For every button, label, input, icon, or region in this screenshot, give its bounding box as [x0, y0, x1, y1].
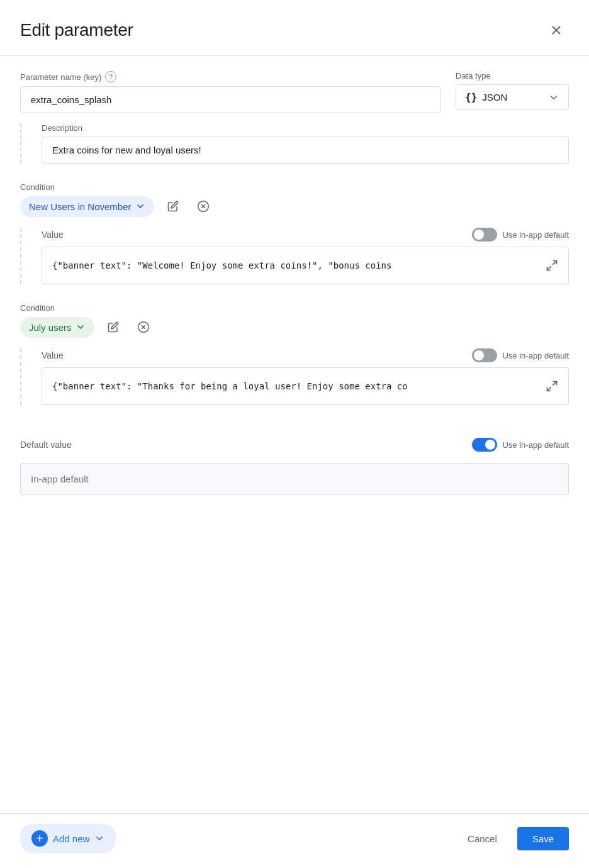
save-button[interactable]: Save: [517, 827, 569, 850]
condition-2-toggle-slider: [472, 348, 497, 362]
data-type-select[interactable]: {} JSON: [456, 84, 569, 110]
default-toggle-slider: [472, 438, 497, 452]
chevron-down-icon: [548, 92, 559, 103]
condition-1-toggle[interactable]: [472, 228, 497, 242]
gap2: [20, 289, 569, 302]
data-type-label: Data type: [456, 71, 569, 81]
svg-line-10: [553, 382, 557, 386]
condition-1-toggle-slider: [472, 228, 497, 242]
condition-1-label: Condition: [20, 182, 55, 192]
circle-x-icon: [197, 200, 210, 213]
param-name-input[interactable]: [20, 86, 440, 113]
default-value-input[interactable]: [20, 463, 569, 495]
condition-2-toggle-group: Use in-app default: [472, 348, 569, 362]
condition-1-value-box[interactable]: {"banner_text": "Welcome! Enjoy some ext…: [42, 247, 569, 284]
condition-1-row: New Users in November: [20, 195, 569, 218]
param-key-row: Parameter name (key) ? Data type {} JSON: [20, 71, 569, 113]
param-name-help-icon[interactable]: ?: [105, 71, 116, 82]
add-new-button[interactable]: + Add new: [20, 824, 116, 853]
svg-line-6: [547, 267, 551, 270]
condition-1-remove-button[interactable]: [192, 195, 215, 218]
condition-2-value-section: Value Use in-app default {"banner_text":…: [20, 348, 569, 405]
condition-2-remove-button[interactable]: [132, 316, 155, 338]
dialog-footer: + Add new Cancel Save: [0, 813, 589, 868]
expand-icon-2[interactable]: [546, 380, 558, 392]
condition-1-value-label: Value: [42, 230, 64, 240]
pencil-icon-2: [108, 321, 119, 333]
param-name-label: Parameter name (key): [20, 72, 101, 82]
condition-2-toggle-label: Use in-app default: [502, 351, 569, 360]
condition-2-badge[interactable]: July users: [20, 317, 94, 338]
edit-parameter-dialog: Edit parameter Parameter name (key) ? Da…: [0, 0, 589, 868]
close-icon: [549, 23, 563, 37]
condition-1-badge[interactable]: New Users in November: [20, 196, 154, 217]
footer-actions: Cancel Save: [457, 827, 569, 850]
data-type-value: JSON: [482, 92, 543, 103]
close-button[interactable]: [544, 18, 569, 43]
gap4: [20, 457, 569, 463]
condition-1-edit-button[interactable]: [162, 195, 184, 218]
condition-1-badge-text: New Users in November: [29, 201, 132, 212]
condition-2-chevron-icon: [76, 322, 86, 332]
add-new-chevron-icon: [94, 833, 104, 843]
condition-2-section: Condition July users Value: [20, 302, 569, 405]
circle-x-icon-2: [137, 321, 150, 333]
condition-2-label: Condition: [20, 303, 55, 313]
condition-2-value-label: Value: [42, 350, 64, 360]
condition-1-chevron-icon: [135, 201, 145, 211]
condition-2-toggle[interactable]: [472, 348, 497, 362]
condition-2-edit-button[interactable]: [102, 316, 125, 338]
condition-1-value-section: Value Use in-app default {"banner_text":…: [20, 228, 569, 284]
pencil-icon: [167, 201, 179, 212]
default-toggle[interactable]: [472, 438, 497, 452]
condition-1-section: Condition New Users in November Value: [20, 181, 569, 284]
description-input[interactable]: [42, 136, 569, 164]
condition-2-badge-text: July users: [29, 322, 72, 333]
condition-2-value-text: {"banner_text": "Thanks for being a loya…: [52, 381, 541, 391]
condition-1-toggle-label: Use in-app default: [502, 230, 569, 240]
condition-1-toggle-group: Use in-app default: [472, 228, 569, 242]
add-new-label: Add new: [53, 833, 89, 844]
plus-icon: +: [31, 830, 48, 847]
bottom-gap: [20, 495, 569, 520]
svg-line-11: [547, 387, 551, 391]
condition-1-value-text: {"banner_text": "Welcome! Enjoy some ext…: [52, 260, 541, 270]
param-name-label-row: Parameter name (key) ?: [20, 71, 440, 82]
dialog-title: Edit parameter: [20, 20, 133, 40]
condition-2-row: July users: [20, 316, 569, 338]
default-toggle-label: Use in-app default: [502, 440, 569, 450]
expand-icon[interactable]: [546, 259, 558, 272]
svg-line-5: [553, 261, 557, 265]
cancel-button[interactable]: Cancel: [457, 827, 507, 850]
description-section: Description: [20, 123, 569, 164]
dialog-body: Parameter name (key) ? Data type {} JSON…: [0, 56, 589, 813]
condition-2-value-box[interactable]: {"banner_text": "Thanks for being a loya…: [42, 367, 569, 405]
default-toggle-group: Use in-app default: [472, 438, 569, 452]
default-value-label: Default value: [20, 440, 72, 450]
description-field: Description: [42, 123, 569, 164]
dialog-header: Edit parameter: [0, 0, 589, 55]
gap1: [20, 169, 569, 181]
default-value-section: Default value Use in-app default: [20, 428, 569, 495]
condition-2-value-row: Value Use in-app default: [42, 348, 569, 362]
default-value-row: Default value Use in-app default: [20, 438, 569, 452]
gap3: [20, 410, 569, 423]
description-label: Description: [42, 123, 569, 133]
param-name-field: Parameter name (key) ?: [20, 71, 440, 113]
condition-1-value-row: Value Use in-app default: [42, 228, 569, 242]
json-icon: {}: [465, 91, 477, 103]
data-type-field: Data type {} JSON: [456, 71, 569, 113]
